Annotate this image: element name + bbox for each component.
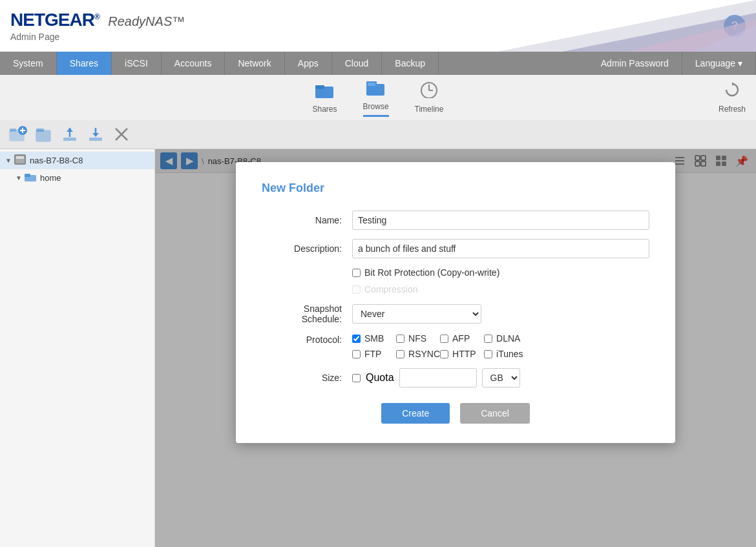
svg-rect-15 xyxy=(10,129,16,132)
protocol-grid: SMB NFS AFP DLNA xyxy=(352,333,528,359)
afp-label: AFP xyxy=(452,333,470,344)
header-decoration xyxy=(498,0,756,52)
nav-item-apps[interactable]: Apps xyxy=(285,52,332,75)
nav-spacer xyxy=(439,52,588,75)
nav-item-iscsi[interactable]: iSCSI xyxy=(112,52,162,75)
netgear-logo: NETGEAR® xyxy=(10,10,100,30)
svg-rect-21 xyxy=(63,138,76,141)
svg-rect-6 xyxy=(315,85,324,89)
header: NETGEAR® ReadyNAS™ Admin Page ? xyxy=(0,0,756,52)
logo-brand: NETGEAR® ReadyNAS™ xyxy=(10,10,185,30)
nav-item-cloud[interactable]: Cloud xyxy=(332,52,383,75)
new-button[interactable] xyxy=(34,124,54,145)
svg-rect-9 xyxy=(368,83,375,86)
nav-item-language[interactable]: Language ▾ xyxy=(682,52,756,75)
tree-item-nas[interactable]: ▼ nas-B7-B8-C8 xyxy=(0,152,154,169)
browse-label: Browse xyxy=(363,102,389,111)
create-button[interactable]: Create xyxy=(381,403,450,424)
nas-icon xyxy=(14,154,26,167)
size-row: Size: Quota GB TB MB xyxy=(262,368,649,387)
upload-button[interactable] xyxy=(59,124,80,145)
description-row: Description: xyxy=(262,239,649,258)
sub-nav-timeline[interactable]: Timeline xyxy=(415,81,444,114)
admin-page-label: Admin Page xyxy=(10,32,185,42)
expand-arrow: ▼ xyxy=(5,157,14,164)
nas-label: nas-B7-B8-C8 xyxy=(30,156,83,165)
quota-label: Quota xyxy=(366,372,394,384)
name-input[interactable] xyxy=(352,211,649,230)
itunes-checkbox[interactable] xyxy=(484,350,492,358)
new-folder-modal: New Folder Name: Description: Bit Rot Pr… xyxy=(236,162,675,443)
smb-label: SMB xyxy=(364,333,384,344)
home-label: home xyxy=(40,173,61,183)
rsync-checkbox[interactable] xyxy=(396,350,404,358)
refresh-button[interactable]: Refresh xyxy=(719,81,746,114)
description-input[interactable] xyxy=(352,239,649,258)
nfs-checkbox[interactable] xyxy=(396,335,404,343)
size-value-input[interactable] xyxy=(399,368,477,387)
http-checkbox[interactable] xyxy=(440,350,448,358)
protocol-http: HTTP xyxy=(440,349,484,359)
refresh-label: Refresh xyxy=(719,105,746,114)
snapshot-row: Snapshot Schedule: Never Hourly Daily We… xyxy=(262,304,649,324)
svg-marker-26 xyxy=(92,133,99,137)
smb-checkbox[interactable] xyxy=(352,335,361,343)
protocol-row: Protocol: SMB NFS AFP xyxy=(262,333,649,359)
download-button[interactable] xyxy=(85,124,106,145)
protocol-ftp: FTP xyxy=(352,349,396,359)
delete-button[interactable] xyxy=(111,124,132,145)
bit-rot-label: Bit Rot Protection (Copy-on-write) xyxy=(364,267,499,278)
main-content: ▼ nas-B7-B8-C8 ▼ home ◀ ▶ \ nas-B7-B8-C8 xyxy=(0,149,756,547)
modal-buttons: Create Cancel xyxy=(262,403,649,424)
name-row: Name: xyxy=(262,211,649,230)
afp-checkbox[interactable] xyxy=(440,335,448,343)
shares-label: Shares xyxy=(313,105,337,114)
shares-icon xyxy=(315,81,335,102)
compression-label: Compression xyxy=(364,284,417,294)
home-expand-arrow: ▼ xyxy=(16,174,25,181)
nav-right: Admin Password Language ▾ xyxy=(588,52,756,75)
http-label: HTTP xyxy=(452,349,476,359)
protocol-rsync: RSYNC xyxy=(396,349,440,359)
svg-rect-19 xyxy=(36,130,50,141)
bit-rot-checkbox[interactable] xyxy=(352,269,361,277)
ftp-label: FTP xyxy=(364,349,381,359)
cancel-button[interactable]: Cancel xyxy=(460,403,530,424)
svg-rect-24 xyxy=(89,138,102,141)
protocol-itunes: iTunes xyxy=(484,349,528,359)
protocol-label: Protocol: xyxy=(262,333,352,345)
sub-nav-shares[interactable]: Shares xyxy=(313,81,337,114)
svg-rect-20 xyxy=(36,129,44,132)
sub-nav-browse[interactable]: Browse xyxy=(363,79,389,117)
nfs-label: NFS xyxy=(408,333,426,344)
nav-item-backup[interactable]: Backup xyxy=(382,52,439,75)
snapshot-select[interactable]: Never Hourly Daily Weekly xyxy=(352,304,481,324)
logo-area: NETGEAR® ReadyNAS™ Admin Page xyxy=(10,10,185,42)
svg-marker-13 xyxy=(732,82,735,86)
nav-item-shares[interactable]: Shares xyxy=(57,52,112,75)
ftp-checkbox[interactable] xyxy=(352,350,361,358)
compression-checkbox[interactable] xyxy=(352,285,361,294)
modal-title: New Folder xyxy=(262,181,649,195)
size-controls: Quota GB TB MB xyxy=(352,368,520,387)
nav-item-system[interactable]: System xyxy=(0,52,57,75)
home-folder-icon xyxy=(25,172,36,183)
nav-item-accounts[interactable]: Accounts xyxy=(162,52,226,75)
modal-overlay: New Folder Name: Description: Bit Rot Pr… xyxy=(155,149,756,547)
svg-marker-23 xyxy=(67,128,73,132)
protocol-dlna: DLNA xyxy=(484,333,528,344)
dlna-checkbox[interactable] xyxy=(484,335,492,343)
snapshot-label: Snapshot Schedule: xyxy=(262,304,352,324)
quota-checkbox[interactable] xyxy=(352,374,361,382)
nav-item-admin-password[interactable]: Admin Password xyxy=(588,52,682,75)
size-unit-select[interactable]: GB TB MB xyxy=(482,368,520,387)
content-area: ◀ ▶ \ nas-B7-B8-C8 📌 New Folder xyxy=(155,149,756,547)
tree-item-home[interactable]: ▼ home xyxy=(0,169,154,186)
refresh-icon xyxy=(724,81,740,102)
bit-rot-row: Bit Rot Protection (Copy-on-write) xyxy=(352,267,649,278)
new-folder-button[interactable] xyxy=(8,124,28,145)
protocol-afp: AFP xyxy=(440,333,484,344)
nav-item-network[interactable]: Network xyxy=(225,52,284,75)
svg-rect-33 xyxy=(25,174,30,177)
size-label: Size: xyxy=(262,373,352,383)
